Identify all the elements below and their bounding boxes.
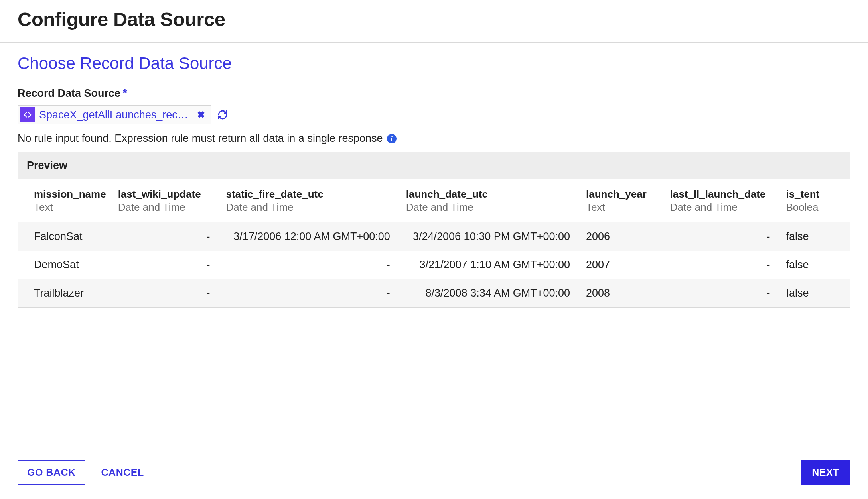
cell: - — [218, 251, 398, 279]
field-label: Record Data Source — [18, 87, 120, 100]
cell: - — [662, 251, 778, 279]
cell: - — [110, 251, 218, 279]
code-icon — [20, 107, 35, 122]
cell: - — [110, 222, 218, 251]
cell: FalconSat — [18, 222, 110, 251]
cell: false — [778, 279, 850, 307]
col-header: is_tentBoolea — [778, 179, 850, 222]
col-header: last_wiki_updateDate and Time — [110, 179, 218, 222]
required-marker: * — [123, 87, 127, 100]
next-button[interactable]: NEXT — [801, 460, 850, 485]
cell: DemoSat — [18, 251, 110, 279]
preview-table: mission_nameText last_wiki_updateDate an… — [18, 179, 850, 307]
cell: Trailblazer — [18, 279, 110, 307]
cell: 2006 — [578, 222, 662, 251]
col-header: mission_nameText — [18, 179, 110, 222]
preview-header: Preview — [18, 152, 850, 179]
preview-box: Preview mission_nameText — [18, 152, 850, 308]
refresh-icon[interactable] — [217, 110, 228, 120]
cell: - — [218, 279, 398, 307]
section-title: Choose Record Data Source — [18, 54, 850, 73]
cell: 3/24/2006 10:30 PM GMT+00:00 — [398, 222, 578, 251]
col-header: static_fire_date_utcDate and Time — [218, 179, 398, 222]
info-text: No rule input found. Expression rule mus… — [18, 132, 383, 145]
source-chip[interactable]: SpaceX_getAllLaunches_rec… ✖ — [18, 105, 211, 124]
cell: 3/17/2006 12:00 AM GMT+00:00 — [218, 222, 398, 251]
cell: - — [662, 222, 778, 251]
cell: 2007 — [578, 251, 662, 279]
cell: false — [778, 251, 850, 279]
col-header: launch_date_utcDate and Time — [398, 179, 578, 222]
table-header-row: mission_nameText last_wiki_updateDate an… — [18, 179, 850, 222]
cell: - — [662, 279, 778, 307]
cell: - — [110, 279, 218, 307]
source-chip-text: SpaceX_getAllLaunches_rec… — [39, 109, 188, 121]
col-header: last_ll_launch_dateDate and Time — [662, 179, 778, 222]
info-icon[interactable]: i — [387, 134, 397, 143]
cell: 3/21/2007 1:10 AM GMT+00:00 — [398, 251, 578, 279]
page-title: Configure Data Source — [18, 8, 850, 30]
cancel-button[interactable]: CANCEL — [101, 467, 144, 478]
table-row: DemoSat - - 3/21/2007 1:10 AM GMT+00:00 … — [18, 251, 850, 279]
cell: 2008 — [578, 279, 662, 307]
close-icon[interactable]: ✖ — [195, 109, 207, 120]
go-back-button[interactable]: GO BACK — [18, 460, 85, 485]
table-row: Trailblazer - - 8/3/2008 3:34 AM GMT+00:… — [18, 279, 850, 307]
table-row: FalconSat - 3/17/2006 12:00 AM GMT+00:00… — [18, 222, 850, 251]
col-header: launch_yearText — [578, 179, 662, 222]
cell: 8/3/2008 3:34 AM GMT+00:00 — [398, 279, 578, 307]
cell: false — [778, 222, 850, 251]
